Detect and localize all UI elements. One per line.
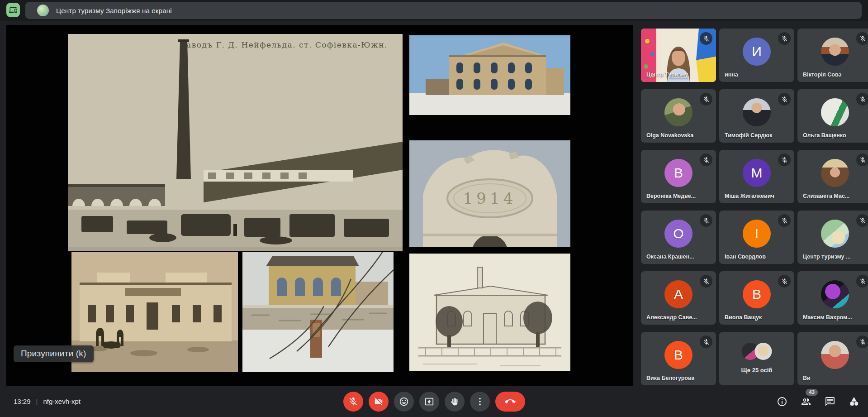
microphone-off-button[interactable] [343, 392, 363, 412]
mic-off-icon [703, 278, 710, 285]
meeting-code: nfg-xevh-xpt [43, 398, 81, 405]
participant-name: Olga Novakovska [646, 132, 693, 139]
participant-tile[interactable]: Єлизавета Мас... [797, 150, 868, 203]
meeting-info-button[interactable] [776, 396, 788, 407]
participant-name: Максим Вахром... [803, 314, 852, 321]
chat-icon [825, 396, 835, 407]
mic-off-badge [856, 336, 868, 348]
end-call-icon [505, 396, 516, 407]
participant-name: Оксана Крашен... [646, 254, 694, 260]
chat-panel-button[interactable] [824, 396, 836, 407]
raise-hand-button[interactable] [445, 392, 465, 412]
participant-name: инна [725, 72, 738, 78]
slide-photo-winter-building [242, 252, 394, 372]
avatar: В [664, 159, 693, 187]
participant-tile[interactable]: И инна [719, 29, 794, 82]
participant-tile[interactable]: В Вика Белогурова [641, 332, 716, 385]
participant-tile[interactable]: Ольга Ващенко [797, 89, 868, 143]
participant-tile[interactable]: Максим Вахром... [797, 271, 868, 325]
avatar-photo [743, 98, 771, 126]
pause-sharing-tooltip: Призупинити (k) [14, 345, 94, 362]
participant-tile[interactable]: М Міша Жигалкевич [719, 150, 794, 203]
mic-off-icon [781, 96, 788, 103]
meeting-details: 13:29 | nfg-xevh-xpt [14, 386, 81, 417]
participant-tile[interactable]: Тимофій Сердюк [719, 89, 794, 143]
participant-tile[interactable]: А Александр Саве... [641, 271, 716, 325]
present-screen-button[interactable] [419, 392, 439, 412]
slide-photo-sepia-building [71, 252, 238, 372]
avatar-photo [821, 220, 849, 248]
avatar-photo [821, 98, 849, 126]
mic-off-icon [859, 96, 866, 103]
mic-off-icon [703, 157, 710, 163]
end-call-button[interactable] [495, 392, 525, 412]
participant-tile-self[interactable]: Ви [797, 332, 868, 385]
participant-name: Вероніка Медве... [646, 193, 696, 199]
mic-off-badge [778, 93, 791, 105]
mic-off-icon [781, 278, 788, 285]
screen-share-indicator[interactable] [6, 3, 20, 17]
participant-name: Виола Ващук [725, 314, 762, 321]
mic-off-icon [703, 35, 710, 42]
camera-off-button[interactable] [369, 392, 389, 412]
mic-off-icon [859, 217, 866, 224]
overflow-participants-tile[interactable]: Ще 25 осіб [719, 332, 794, 385]
people-icon [801, 396, 811, 407]
participant-name: Центр туризму ... [803, 254, 850, 260]
presenter-avatar [37, 5, 49, 16]
mic-off-icon [859, 35, 866, 42]
avatar: М [743, 159, 771, 187]
mic-off-icon [781, 217, 788, 224]
people-panel-button[interactable]: 43 [800, 396, 812, 407]
slide-photo-building-color [409, 35, 570, 115]
avatar-letter: В [752, 287, 761, 302]
mic-off-icon [859, 278, 866, 285]
avatar-photo [664, 98, 693, 126]
participant-tile[interactable]: Olga Novakovska [641, 89, 716, 143]
avatar-letter: І [755, 226, 759, 241]
participant-name: Міша Жигалкевич [725, 193, 774, 199]
participant-count-badge: 43 [806, 389, 818, 396]
mic-off-badge [856, 153, 868, 166]
activities-button[interactable] [848, 396, 860, 407]
avatar-letter: М [751, 165, 763, 181]
reactions-button[interactable] [394, 392, 414, 412]
divider: | [36, 398, 38, 405]
mic-off-badge [856, 32, 868, 45]
participant-name: Вікторія Сова [803, 72, 841, 78]
slide-photo-pediment-1914: 1914 [409, 140, 570, 247]
mic-off-badge [856, 93, 868, 105]
participant-tile[interactable]: Центр туризму ... [797, 211, 868, 264]
participant-name: Ольга Ващенко [803, 132, 846, 139]
mic-off-badge [778, 153, 791, 166]
mic-off-badge [700, 275, 712, 288]
mic-off-badge [778, 275, 791, 288]
mic-off-icon [859, 339, 866, 345]
overflow-label: Ще 25 осіб [719, 367, 794, 374]
avatar-photo [821, 341, 849, 369]
mic-off-badge [700, 93, 712, 105]
participant-name: Вика Белогурова [646, 375, 694, 381]
participant-tile[interactable]: І Іван Свердлов [719, 211, 794, 264]
participant-tile[interactable]: Вікторія Сова [797, 29, 868, 82]
mic-off-badge [856, 214, 868, 227]
google-meet-window: Центр туризму Запоріжжя на екрані Заводъ… [0, 0, 868, 417]
mic-off-icon [781, 157, 788, 163]
slide-photo-building-sketch [409, 254, 570, 371]
avatar-letter: А [674, 287, 683, 302]
avatar: В [664, 341, 693, 369]
participant-tile[interactable]: В Виола Ващук [719, 271, 794, 325]
participant-name: Ви [803, 375, 811, 381]
activities-icon [849, 396, 859, 407]
participant-tile[interactable]: В Вероніка Медве... [641, 150, 716, 203]
participant-tile[interactable]: Центр Туризму [641, 29, 716, 82]
more-options-button[interactable] [470, 392, 490, 412]
participant-name: Тимофій Сердюк [725, 132, 772, 139]
presentation-title: Центр туризму Запоріжжя на екрані [56, 7, 172, 14]
avatar: И [743, 38, 771, 66]
participant-tile[interactable]: О Оксана Крашен... [641, 211, 716, 264]
mic-off-badge [700, 336, 712, 348]
more-vertical-icon [475, 397, 485, 407]
participant-name: Центр Туризму [646, 72, 688, 78]
avatar-photo [821, 280, 849, 308]
